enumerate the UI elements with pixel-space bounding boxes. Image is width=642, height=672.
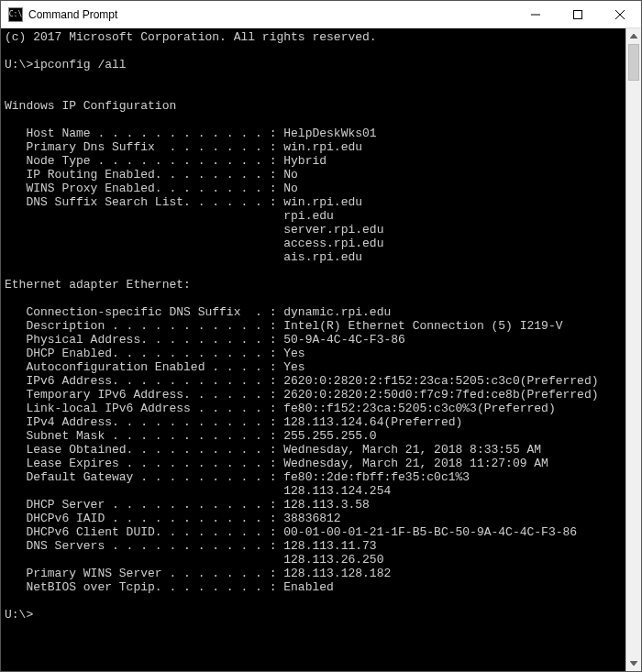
window-controls [515, 1, 641, 28]
label: Host Name . . . . . . . . . . . . : [5, 127, 283, 140]
label: Node Type . . . . . . . . . . . . : [5, 154, 283, 168]
prompt: U:\> [5, 58, 33, 72]
label: Physical Address. . . . . . . . . : [5, 333, 283, 347]
window-title: Command Prompt [28, 8, 515, 21]
console-output[interactable]: (c) 2017 Microsoft Corporation. All righ… [1, 28, 625, 671]
physical-address-value: 50-9A-4C-4C-F3-86 [283, 333, 405, 347]
gateway-value: fe80::2de:fbff:fe35:c0c1%3 [283, 470, 470, 484]
label: Autoconfiguration Enabled . . . . : [5, 360, 283, 374]
dhcp-server-value: 128.113.3.58 [283, 498, 370, 512]
section-header: Windows IP Configuration [5, 99, 176, 113]
dns-server-value: 128.113.26.250 [5, 553, 383, 567]
ip-routing-value: No [283, 168, 298, 182]
ipv6-value: 2620:0:2820:2:f152:23ca:5205:c3c0(Prefer… [283, 374, 598, 388]
vertical-scrollbar[interactable] [625, 28, 641, 671]
lease-expires-value: Wednesday, March 21, 2018 11:27:09 AM [283, 457, 548, 470]
adapter-header: Ethernet adapter Ethernet: [5, 278, 191, 292]
dhcpv6-iaid-value: 38836812 [283, 512, 340, 525]
ipv4-value: 128.113.124.64(Preferred) [283, 415, 462, 429]
label: Lease Expires . . . . . . . . . . : [5, 457, 283, 470]
tmp-ipv6-value: 2620:0:2820:2:50d0:f7c9:7fed:ce8b(Prefer… [283, 388, 598, 402]
label: IP Routing Enabled. . . . . . . . : [5, 168, 283, 182]
svg-rect-1 [574, 10, 582, 18]
node-type-value: Hybrid [283, 154, 327, 168]
label: Lease Obtained. . . . . . . . . . : [5, 443, 283, 457]
close-button[interactable] [599, 1, 641, 28]
label: Description . . . . . . . . . . . : [5, 319, 283, 333]
wins-proxy-value: No [283, 182, 298, 195]
label: DHCPv6 IAID . . . . . . . . . . . : [5, 512, 283, 525]
lease-obtained-value: Wednesday, March 21, 2018 8:33:55 AM [283, 443, 541, 457]
maximize-button[interactable] [557, 1, 599, 28]
label: DHCPv6 Client DUID. . . . . . . . : [5, 525, 283, 539]
scrollbar-track[interactable] [626, 44, 641, 655]
label: Subnet Mask . . . . . . . . . . . : [5, 429, 283, 443]
dhcp-enabled-value: Yes [283, 347, 304, 360]
dns-search-value: ais.rpi.edu [5, 250, 362, 264]
dns-search-value: rpi.edu [5, 209, 334, 223]
description-value: Intel(R) Ethernet Connection (5) I219-V [283, 319, 562, 333]
wins-server-value: 128.113.128.182 [283, 567, 391, 580]
cmd-icon: C:\ [8, 7, 23, 22]
label: Default Gateway . . . . . . . . . : [5, 470, 283, 484]
console-area: (c) 2017 Microsoft Corporation. All righ… [1, 28, 641, 671]
prompt: U:\> [5, 608, 33, 622]
scrollbar-thumb[interactable] [628, 44, 639, 81]
label: NetBIOS over Tcpip. . . . . . . . : [5, 580, 283, 594]
label: Link-local IPv6 Address . . . . . : [5, 402, 283, 415]
label: Primary WINS Server . . . . . . . : [5, 567, 283, 580]
label: Temporary IPv6 Address. . . . . . : [5, 388, 283, 402]
chevron-down-icon [630, 661, 637, 666]
command-input: ipconfig /all [33, 58, 126, 72]
scroll-up-button[interactable] [626, 28, 641, 44]
command-prompt-window: C:\ Command Prompt (c) 2017 Microsoft Co… [0, 0, 642, 672]
host-name-value: HelpDeskWks01 [283, 127, 376, 140]
netbios-value: Enabled [283, 580, 334, 594]
label: Connection-specific DNS Suffix . : [5, 305, 283, 319]
scroll-down-button[interactable] [626, 655, 641, 671]
dns-search-value: win.rpi.edu [283, 195, 362, 209]
chevron-up-icon [630, 34, 637, 39]
label: Primary Dns Suffix . . . . . . . : [5, 140, 283, 154]
dns-server-value: 128.113.11.73 [283, 539, 376, 553]
dns-search-value: server.rpi.edu [5, 223, 383, 237]
minimize-button[interactable] [515, 1, 557, 28]
primary-dns-value: win.rpi.edu [283, 140, 362, 154]
label: IPv6 Address. . . . . . . . . . . : [5, 374, 283, 388]
svg-marker-5 [630, 661, 637, 666]
label: IPv4 Address. . . . . . . . . . . : [5, 415, 283, 429]
label: DNS Servers . . . . . . . . . . . : [5, 539, 283, 553]
copyright-line: (c) 2017 Microsoft Corporation. All righ… [5, 30, 377, 44]
subnet-value: 255.255.255.0 [283, 429, 376, 443]
label: DHCP Enabled. . . . . . . . . . . : [5, 347, 283, 360]
conn-dns-value: dynamic.rpi.edu [283, 305, 391, 319]
label: DHCP Server . . . . . . . . . . . : [5, 498, 283, 512]
gateway-value: 128.113.124.254 [5, 484, 391, 498]
dhcpv6-duid-value: 00-01-00-01-21-1F-B5-BC-50-9A-4C-4C-F3-8… [283, 525, 577, 539]
label: DNS Suffix Search List. . . . . . : [5, 195, 283, 209]
titlebar[interactable]: C:\ Command Prompt [1, 1, 641, 28]
autoconf-value: Yes [283, 360, 304, 374]
svg-marker-4 [630, 34, 637, 39]
label: WINS Proxy Enabled. . . . . . . . : [5, 182, 283, 195]
ll-ipv6-value: fe80::f152:23ca:5205:c3c0%3(Preferred) [283, 402, 555, 415]
dns-search-value: access.rpi.edu [5, 237, 383, 250]
